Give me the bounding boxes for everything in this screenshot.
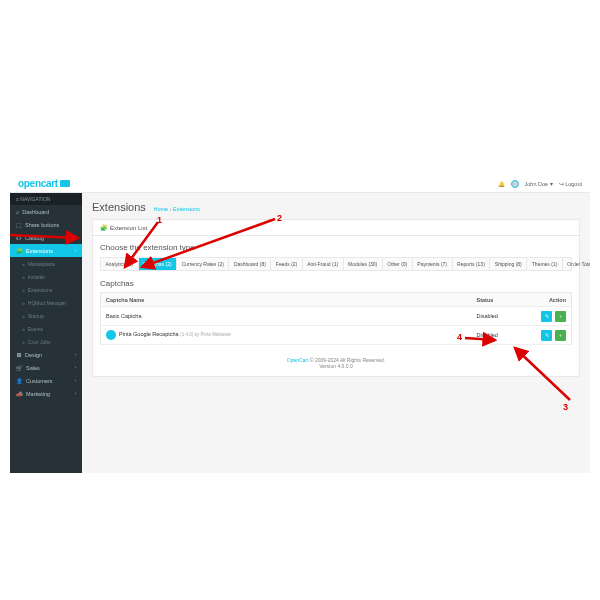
tab-shipping[interactable]: Shipping (8) — [490, 258, 527, 270]
extension-type-tabs: Analytics (1) Captchas (2) Currency Rate… — [100, 257, 572, 271]
breadcrumb: Home › Extensions — [153, 206, 199, 212]
tab-dashboard[interactable]: Dashboard (8) — [229, 258, 271, 270]
sidebar-sub-startup[interactable]: » Startup — [10, 309, 82, 322]
topbar: opencart 🔔 John Doe ▾ ↪ Logout — [10, 175, 590, 193]
tab-modules[interactable]: Modules (30) — [344, 258, 383, 270]
edit-button[interactable]: ✎ — [541, 330, 552, 341]
tab-payments[interactable]: Payments (7) — [413, 258, 453, 270]
sidebar-item-dashboard[interactable]: ⌂ Dashboard — [10, 205, 82, 218]
tab-captchas[interactable]: Captchas (2) — [139, 258, 178, 270]
install-button[interactable]: ＋ — [555, 311, 566, 322]
content: Extensions Home › Extensions 🧩 Extension… — [82, 193, 590, 473]
sidebar-sub-cron[interactable]: » Cron Jobs — [10, 335, 82, 348]
footer-link[interactable]: OpenCart — [287, 357, 309, 363]
sidebar-item-customers[interactable]: 👤 Customers› — [10, 374, 82, 387]
extension-icon — [106, 330, 116, 340]
sidebar-item-sales[interactable]: 🛒 Sales› — [10, 361, 82, 374]
annotation-1: 1 — [157, 215, 162, 225]
sidebar-item-extensions[interactable]: 🧩 Extensions› — [10, 244, 82, 257]
tab-reports[interactable]: Reports (13) — [453, 258, 491, 270]
sidebar-item-share[interactable]: ⬚ Share buttons — [10, 218, 82, 231]
captcha-table: Captcha Name Status Action Basic Captcha… — [100, 292, 572, 345]
sidebar-sub-extensions[interactable]: » Extensions — [10, 283, 82, 296]
tab-ordertotals[interactable]: Order Totals (10) — [563, 258, 590, 270]
logout-link[interactable]: ↪ Logout — [559, 181, 582, 187]
annotation-3: 3 — [563, 402, 568, 412]
avatar[interactable] — [511, 180, 519, 188]
logo: opencart — [18, 178, 70, 189]
table-heading: Captchas — [100, 279, 572, 288]
install-button[interactable]: ＋ — [555, 330, 566, 341]
annotation-2: 2 — [277, 213, 282, 223]
sidebar-item-design[interactable]: 🖥 Design› — [10, 348, 82, 361]
breadcrumb-home[interactable]: Home — [153, 206, 168, 212]
sidebar-item-marketing[interactable]: 📣 Marketing› — [10, 387, 82, 400]
tab-analytics[interactable]: Analytics (1) — [101, 258, 139, 270]
panel-header: 🧩 Extension List — [93, 220, 579, 236]
sidebar-sub-hqmod[interactable]: » HQMod Manager — [10, 296, 82, 309]
annotation-4: 4 — [457, 332, 462, 342]
user-menu[interactable]: John Doe ▾ — [525, 181, 553, 187]
choose-type-title: Choose the extension type — [100, 243, 572, 252]
footer: OpenCart © 2009-2024 All Rights Reserved… — [100, 357, 572, 369]
sidebar-sub-installer[interactable]: » Installer — [10, 270, 82, 283]
col-name: Captcha Name — [101, 293, 472, 307]
sidebar-header: ≡ NAVIGATION — [10, 193, 82, 205]
table-row: Pinta Google Recaptcha (1.4.0) by Pinta … — [101, 326, 572, 345]
sidebar: ≡ NAVIGATION ⌂ Dashboard ⬚ Share buttons… — [10, 193, 82, 473]
tab-themes[interactable]: Themes (1) — [527, 258, 563, 270]
breadcrumb-current[interactable]: Extensions — [173, 206, 200, 212]
sidebar-sub-marketplace[interactable]: » Marketplace — [10, 257, 82, 270]
sidebar-sub-events[interactable]: » Events — [10, 322, 82, 335]
table-row: Basic Captcha Disabled ✎ ＋ — [101, 307, 572, 326]
tab-other[interactable]: Other (0) — [383, 258, 413, 270]
tab-feeds[interactable]: Feeds (2) — [271, 258, 302, 270]
col-status: Status — [472, 293, 532, 307]
bell-icon[interactable]: 🔔 — [498, 181, 505, 187]
tab-antifraud[interactable]: Anti-Fraud (1) — [303, 258, 344, 270]
tab-currency[interactable]: Currency Rates (2) — [177, 258, 229, 270]
page-title: Extensions — [92, 201, 146, 213]
edit-button[interactable]: ✎ — [541, 311, 552, 322]
sidebar-item-catalog[interactable]: 🏷 Catalog› — [10, 231, 82, 244]
col-action: Action — [532, 293, 572, 307]
